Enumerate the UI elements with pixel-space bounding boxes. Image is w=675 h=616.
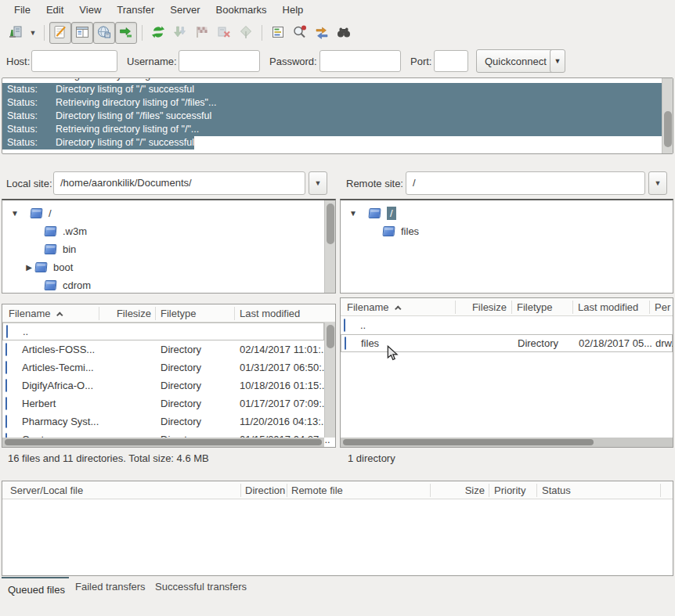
port-label: Port:: [410, 56, 431, 67]
site-manager-button[interactable]: [5, 22, 27, 44]
column-header-size[interactable]: Size: [435, 481, 485, 499]
directory-comparison-button[interactable]: [289, 22, 311, 44]
remote-site-label: Remote site:: [346, 178, 403, 189]
log-row[interactable]: Status:Directory listing of "/" successf…: [2, 136, 673, 149]
chevron-down-icon: ▼: [655, 179, 662, 187]
tab-failed-transfers[interactable]: Failed transfers: [75, 581, 146, 593]
column-header-modified[interactable]: Last modified: [578, 298, 638, 316]
log-row[interactable]: Status:Retrieving directory listing of "…: [2, 96, 673, 110]
log-scrollbar-thumb[interactable]: [664, 111, 672, 147]
toggle-queue-button[interactable]: [115, 22, 137, 44]
filter-button[interactable]: [267, 22, 289, 44]
queue-header: Server/Local file Direction Remote file …: [2, 481, 673, 499]
column-header-permissions[interactable]: Per: [655, 298, 670, 316]
quickconnect-button[interactable]: Quickconnect: [476, 49, 555, 73]
log-row[interactable]: Status:Directory listing of "/" successf…: [2, 83, 673, 96]
column-header-remote-file[interactable]: Remote file: [291, 481, 343, 499]
local-list-hscrollbar-thumb[interactable]: [5, 439, 322, 445]
local-list-vscrollbar[interactable]: [324, 322, 335, 438]
toggle-local-tree-button[interactable]: [71, 22, 93, 44]
local-list-hscrollbar[interactable]: [2, 438, 324, 447]
reconnect-icon: [238, 24, 254, 42]
tree-item-remote-root[interactable]: ▼ /: [341, 204, 673, 222]
local-tree-scrollbar-thumb[interactable]: [327, 204, 334, 244]
column-header-direction[interactable]: Direction: [245, 481, 285, 499]
menu-server[interactable]: Server: [162, 0, 208, 20]
refresh-icon: [150, 24, 166, 42]
local-list-vscrollbar-thumb[interactable]: [327, 325, 334, 348]
column-header-filetype[interactable]: Filetype: [517, 298, 553, 316]
compare-icon: [292, 24, 308, 42]
host-input[interactable]: [31, 50, 117, 72]
password-label: Password:: [269, 56, 317, 67]
message-log[interactable]: Status:Retrieving directory listing of "…: [2, 77, 673, 154]
local-site-label: Local site:: [6, 178, 52, 189]
synchronized-browsing-button[interactable]: [311, 22, 333, 44]
cancel-button[interactable]: [191, 22, 213, 44]
tree-item-cdrom[interactable]: cdrom: [2, 276, 335, 294]
quickconnect-dropdown[interactable]: ▼: [550, 49, 565, 73]
file-row[interactable]: Articles-FOSS... Directory 02/14/2017 11…: [2, 340, 324, 358]
file-row[interactable]: Pharmacy Syst... Directory 11/20/2016 04…: [2, 412, 324, 430]
column-header-filesize[interactable]: Filesize: [103, 304, 151, 322]
password-input[interactable]: [319, 50, 401, 72]
remote-site-dropdown[interactable]: ▼: [648, 171, 667, 195]
local-site-dropdown[interactable]: ▼: [309, 171, 327, 195]
tab-queued-files[interactable]: Queued files: [8, 584, 65, 596]
log-row[interactable]: Status:Directory listing of "/files" suc…: [2, 110, 673, 123]
menu-help[interactable]: Help: [275, 0, 312, 20]
local-site-combo[interactable]: /home/aaronkilik/Documents/: [53, 171, 305, 195]
folder-icon: [5, 361, 7, 374]
process-queue-button[interactable]: [169, 22, 191, 44]
file-row-updir[interactable]: ..: [2, 322, 324, 340]
remote-list-hscrollbar[interactable]: [341, 438, 673, 447]
reconnect-button[interactable]: [235, 22, 257, 44]
menu-file[interactable]: File: [6, 0, 38, 20]
tree-item-remote-files[interactable]: files: [341, 222, 673, 240]
site-manager-dropdown[interactable]: ▼: [27, 22, 39, 44]
column-header-filename[interactable]: Filename: [9, 304, 63, 322]
tree-item-boot[interactable]: ▶ boot: [2, 258, 335, 276]
column-header-filename[interactable]: Filename: [347, 298, 401, 316]
file-row[interactable]: DigifyAfrica-O... Directory 10/18/2016 0…: [2, 376, 324, 394]
column-header-status[interactable]: Status: [542, 481, 571, 499]
column-header-filetype[interactable]: Filetype: [161, 304, 197, 322]
tree-item-root[interactable]: ▼ /: [2, 204, 335, 222]
site-manager-icon: [8, 24, 23, 42]
log-view-icon: [52, 24, 68, 42]
menu-transfer[interactable]: Transfer: [109, 0, 162, 20]
column-header-filesize[interactable]: Filesize: [458, 298, 507, 316]
toggle-log-button[interactable]: [49, 22, 71, 44]
toggle-remote-tree-button[interactable]: [93, 22, 115, 44]
expand-icon[interactable]: ▶: [24, 263, 34, 272]
local-tree-scrollbar[interactable]: [324, 200, 335, 293]
remote-site-combo[interactable]: /: [406, 171, 645, 195]
file-row-updir[interactable]: ..: [341, 316, 662, 334]
collapse-icon[interactable]: ▼: [10, 209, 20, 218]
column-header-server-local-file[interactable]: Server/Local file: [10, 481, 83, 499]
refresh-button[interactable]: [147, 22, 169, 44]
find-files-button[interactable]: [333, 22, 355, 44]
file-row[interactable]: Herbert Directory 01/17/2017 07:09:...: [2, 394, 324, 412]
sort-ascending-icon: [395, 305, 402, 312]
collapse-icon[interactable]: ▼: [348, 209, 358, 218]
log-scrollbar[interactable]: [662, 78, 673, 153]
menu-view[interactable]: View: [71, 0, 109, 20]
folder-icon: [44, 280, 56, 290]
toolbar-separator: [262, 25, 262, 41]
username-input[interactable]: [179, 50, 260, 72]
menu-edit[interactable]: Edit: [38, 0, 71, 20]
tree-item-bin[interactable]: bin: [2, 240, 335, 258]
local-tree-icon: [74, 24, 90, 42]
column-header-modified[interactable]: Last modified: [240, 304, 300, 322]
mouse-cursor: [387, 345, 399, 362]
menu-bookmarks[interactable]: Bookmarks: [208, 0, 275, 20]
disconnect-button[interactable]: [213, 22, 235, 44]
remote-list-hscrollbar-thumb[interactable]: [343, 439, 594, 445]
tree-item-w3m[interactable]: .w3m: [2, 222, 335, 240]
port-input[interactable]: [434, 50, 468, 72]
column-header-priority[interactable]: Priority: [494, 481, 525, 499]
tab-successful-transfers[interactable]: Successful transfers: [155, 581, 247, 593]
file-row[interactable]: Articles-Tecmi... Directory 01/31/2017 0…: [2, 358, 324, 376]
log-row[interactable]: Status:Retrieving directory listing of "…: [2, 123, 673, 136]
